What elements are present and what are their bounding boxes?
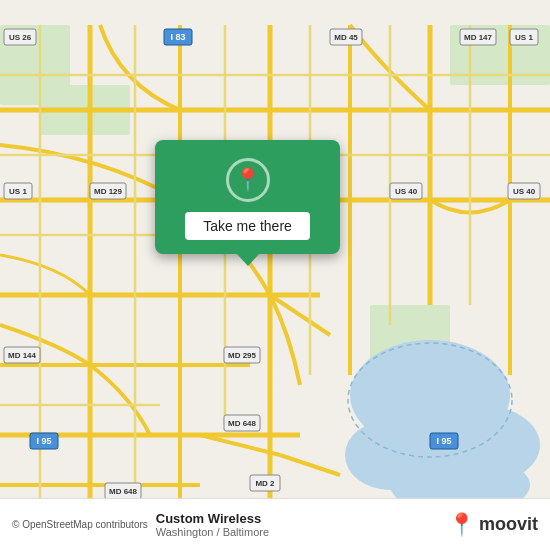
- svg-text:US 26: US 26: [9, 33, 32, 42]
- svg-text:MD 2: MD 2: [255, 479, 275, 488]
- svg-text:MD 147: MD 147: [464, 33, 493, 42]
- svg-text:I 83: I 83: [170, 32, 185, 42]
- location-pin-icon: 📍: [234, 169, 261, 191]
- location-subtitle: Washington / Baltimore: [156, 526, 269, 538]
- svg-text:US 1: US 1: [9, 187, 27, 196]
- svg-text:I 95: I 95: [436, 436, 451, 446]
- svg-text:US 40: US 40: [513, 187, 536, 196]
- map-container: I 83 US 1 MD 45 MD 147 US 1 US 26 MD 129…: [0, 0, 550, 550]
- moovit-logo: 📍 moovit: [448, 512, 538, 538]
- svg-text:MD 144: MD 144: [8, 351, 37, 360]
- location-icon-circle: 📍: [226, 158, 270, 202]
- attribution-text: © OpenStreetMap contributors: [12, 519, 148, 530]
- moovit-pin-icon: 📍: [448, 512, 475, 538]
- moovit-logo-text: moovit: [479, 514, 538, 535]
- bottom-bar: © OpenStreetMap contributors Custom Wire…: [0, 498, 550, 550]
- svg-text:US 1: US 1: [515, 33, 533, 42]
- svg-text:MD 295: MD 295: [228, 351, 257, 360]
- bottom-info: Custom Wireless Washington / Baltimore: [156, 511, 448, 538]
- svg-text:MD 45: MD 45: [334, 33, 358, 42]
- location-title: Custom Wireless: [156, 511, 261, 526]
- map-roads: I 83 US 1 MD 45 MD 147 US 1 US 26 MD 129…: [0, 0, 550, 550]
- svg-text:MD 648: MD 648: [109, 487, 138, 496]
- location-popup: 📍 Take me there: [155, 140, 340, 254]
- svg-text:US 40: US 40: [395, 187, 418, 196]
- svg-text:MD 648: MD 648: [228, 419, 257, 428]
- svg-text:MD 129: MD 129: [94, 187, 123, 196]
- svg-text:I 95: I 95: [36, 436, 51, 446]
- take-me-there-button[interactable]: Take me there: [185, 212, 310, 240]
